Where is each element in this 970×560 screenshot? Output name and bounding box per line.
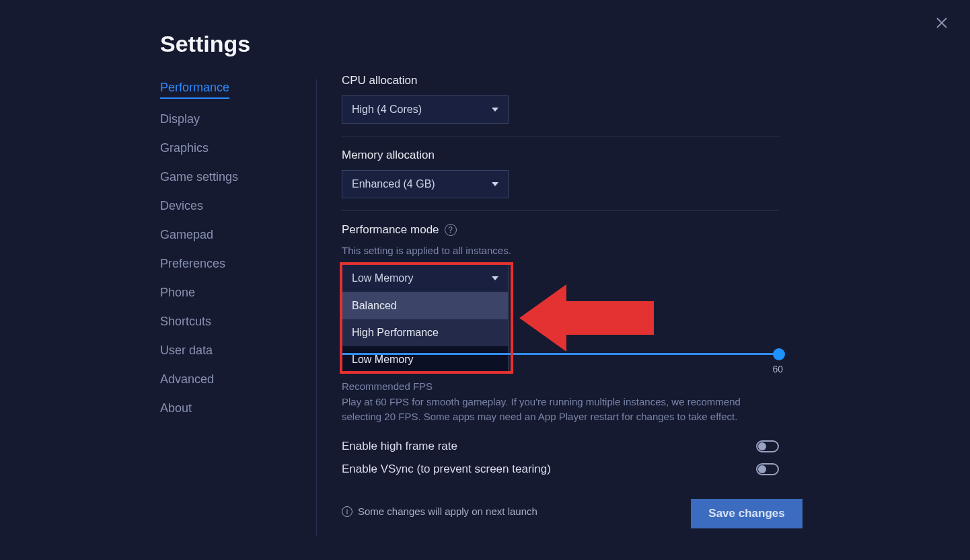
sidebar-item-devices[interactable]: Devices (160, 198, 203, 214)
performance-mode-select[interactable]: Low Memory (342, 264, 509, 292)
fps-slider-max-label: 60 (772, 364, 783, 374)
footer-note: i Some changes will apply on next launch (342, 506, 537, 517)
sidebar-item-user-data[interactable]: User data (160, 342, 213, 359)
performance-mode-hint: This setting is applied to all instances… (342, 245, 786, 256)
divider (342, 136, 779, 136)
enable-high-frame-rate-label: Enable high frame rate (342, 440, 457, 453)
sidebar-item-gamepad[interactable]: Gamepad (160, 227, 213, 243)
enable-high-frame-rate-toggle[interactable] (756, 440, 779, 452)
cpu-allocation-select[interactable]: High (4 Cores) (342, 95, 509, 124)
chevron-down-icon (492, 108, 498, 112)
chevron-down-icon (492, 182, 498, 186)
close-icon (936, 17, 948, 29)
fps-slider-thumb[interactable] (773, 348, 785, 360)
performance-mode-value: Low Memory (352, 272, 414, 284)
performance-mode-label: Performance mode ? (342, 223, 786, 237)
sidebar-item-advanced[interactable]: Advanced (160, 371, 214, 388)
enable-vsync-toggle[interactable] (756, 463, 779, 475)
memory-allocation-label: Memory allocation (342, 149, 786, 162)
divider (342, 210, 779, 211)
sidebar-item-shortcuts[interactable]: Shortcuts (160, 313, 211, 330)
sidebar: Performance Display Graphics Game settin… (160, 79, 295, 417)
info-icon: i (342, 506, 352, 517)
enable-vsync-label: Enable VSync (to prevent screen tearing) (342, 463, 551, 476)
sidebar-item-graphics[interactable]: Graphics (160, 140, 209, 157)
help-icon[interactable]: ? (445, 224, 457, 236)
sidebar-item-performance[interactable]: Performance (160, 79, 229, 99)
fps-slider-track[interactable] (342, 353, 779, 355)
performance-mode-option-high-performance[interactable]: High Performance (342, 319, 508, 346)
vertical-divider (316, 79, 317, 536)
sidebar-item-preferences[interactable]: Preferences (160, 255, 225, 272)
sidebar-item-game-settings[interactable]: Game settings (160, 169, 238, 186)
performance-mode-option-balanced[interactable]: Balanced (342, 292, 508, 319)
chevron-down-icon (492, 276, 498, 280)
sidebar-item-phone[interactable]: Phone (160, 284, 195, 301)
sidebar-item-about[interactable]: About (160, 400, 192, 417)
cpu-allocation-value: High (4 Cores) (352, 104, 422, 116)
page-title: Settings (160, 31, 250, 57)
recommended-fps-label: Recommended FPS (342, 381, 786, 392)
recommended-fps-description: Play at 60 FPS for smooth gameplay. If y… (342, 395, 772, 424)
sidebar-item-display[interactable]: Display (160, 111, 200, 128)
memory-allocation-select[interactable]: Enhanced (4 GB) (342, 170, 509, 198)
save-changes-button[interactable]: Save changes (691, 499, 803, 528)
cpu-allocation-label: CPU allocation (342, 74, 786, 87)
close-button[interactable] (934, 15, 950, 31)
memory-allocation-value: Enhanced (4 GB) (352, 178, 435, 190)
